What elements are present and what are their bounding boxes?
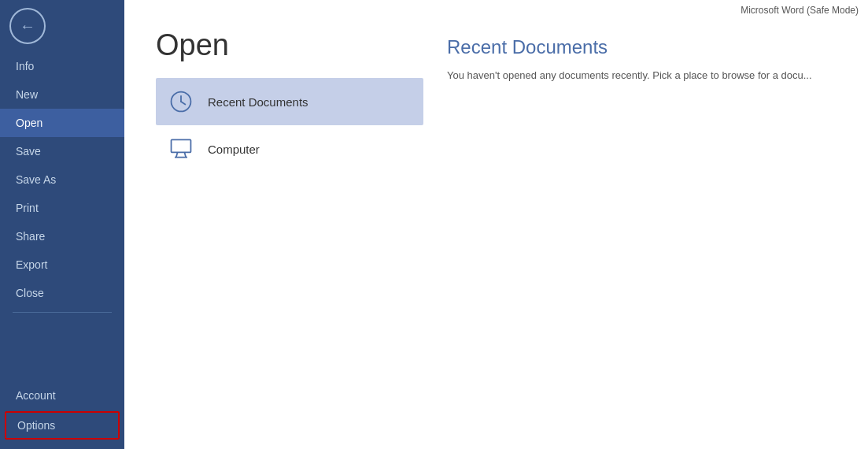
back-arrow-icon: ← — [20, 17, 35, 35]
sidebar-item-save[interactable]: Save — [0, 137, 124, 165]
sidebar-item-new[interactable]: New — [0, 80, 124, 109]
svg-line-4 — [176, 152, 178, 157]
content-area: Open Recent Documents — [124, 20, 868, 449]
location-list: Recent Documents Computer — [156, 78, 423, 173]
sidebar-item-account[interactable]: Account — [0, 381, 124, 410]
top-bar: Microsoft Word (Safe Mode) — [124, 0, 868, 20]
sidebar-item-export[interactable]: Export — [0, 250, 124, 279]
back-button[interactable]: ← — [9, 8, 46, 44]
section-description: You haven't opened any documents recentl… — [447, 68, 844, 83]
sidebar-item-options[interactable]: Options — [5, 411, 120, 440]
open-panel: Open Recent Documents — [124, 20, 423, 449]
computer-label: Computer — [208, 143, 260, 156]
sidebar-item-print[interactable]: Print — [0, 194, 124, 222]
sidebar-nav: Info New Open Save Save As Print Share E… — [0, 52, 124, 449]
recent-documents-label: Recent Documents — [208, 95, 308, 109]
sidebar-item-share[interactable]: Share — [0, 222, 124, 250]
svg-line-2 — [181, 102, 185, 105]
location-item-computer[interactable]: Computer — [156, 125, 423, 173]
sidebar: ← Info New Open Save Save As Print Share… — [0, 0, 124, 449]
section-title: Recent Documents — [447, 36, 844, 58]
sidebar-item-save-as[interactable]: Save As — [0, 165, 124, 194]
page-title: Open — [156, 28, 423, 62]
right-panel: Recent Documents You haven't opened any … — [423, 20, 868, 449]
location-item-recent[interactable]: Recent Documents — [156, 78, 423, 125]
sidebar-divider — [13, 312, 112, 313]
main-content: Microsoft Word (Safe Mode) Open Recent D… — [124, 0, 868, 449]
sidebar-bottom: Account Options — [0, 381, 124, 449]
sidebar-item-open[interactable]: Open — [0, 109, 124, 137]
computer-icon — [167, 135, 195, 163]
svg-rect-3 — [172, 139, 191, 152]
app-title: Microsoft Word (Safe Mode) — [741, 5, 859, 16]
sidebar-item-info[interactable]: Info — [0, 52, 124, 80]
sidebar-item-close[interactable]: Close — [0, 279, 124, 307]
svg-line-5 — [184, 152, 186, 157]
clock-icon — [167, 87, 195, 116]
